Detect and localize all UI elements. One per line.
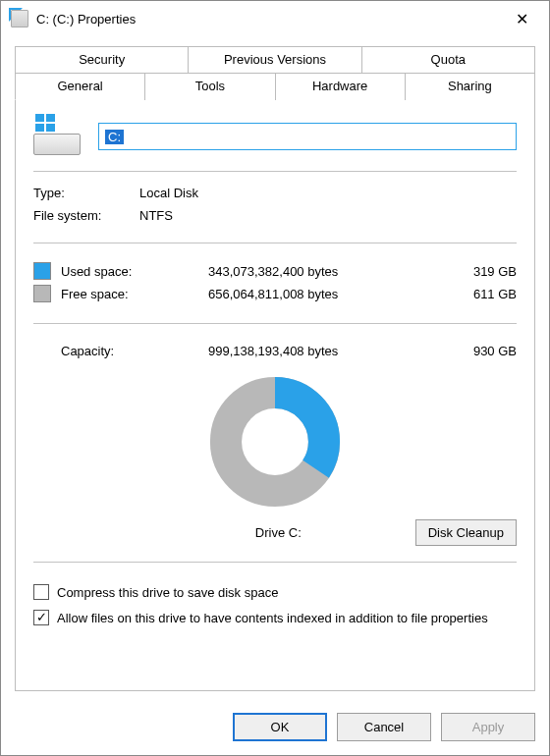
free-swatch bbox=[33, 285, 51, 302]
tab-previous-versions[interactable]: Previous Versions bbox=[188, 46, 361, 73]
titlebar: C: (C:) Properties ✕ bbox=[1, 1, 549, 36]
used-space-label: Used space: bbox=[61, 264, 179, 279]
tab-hardware[interactable]: Hardware bbox=[275, 73, 406, 100]
type-value: Local Disk bbox=[139, 186, 198, 200]
properties-window: C: (C:) Properties ✕ Security Previous V… bbox=[0, 0, 550, 756]
separator bbox=[33, 323, 517, 324]
close-button[interactable]: ✕ bbox=[502, 5, 541, 32]
compress-label: Compress this drive to save disk space bbox=[57, 584, 278, 602]
free-space-bytes: 656,064,811,008 bytes bbox=[179, 287, 438, 301]
free-space-label: Free space: bbox=[61, 287, 179, 301]
filesystem-label: File system: bbox=[33, 208, 139, 223]
apply-button[interactable]: Apply bbox=[441, 713, 535, 741]
drive-icon bbox=[11, 10, 28, 27]
disk-cleanup-button[interactable]: Disk Cleanup bbox=[415, 519, 517, 546]
free-space-gb: 611 GB bbox=[438, 287, 517, 301]
capacity-label: Capacity: bbox=[33, 344, 179, 358]
drive-name-input[interactable]: C: bbox=[98, 123, 517, 150]
drive-name-value: C: bbox=[105, 130, 124, 144]
used-space-gb: 319 GB bbox=[438, 264, 517, 279]
index-label: Allow files on this drive to have conten… bbox=[57, 610, 488, 627]
tab-strip: Security Previous Versions Quota General… bbox=[15, 46, 535, 100]
window-title: C: (C:) Properties bbox=[36, 12, 502, 27]
separator bbox=[33, 243, 517, 243]
tab-tools[interactable]: Tools bbox=[144, 73, 275, 100]
capacity-gb: 930 GB bbox=[438, 344, 517, 358]
separator bbox=[33, 562, 517, 563]
ok-button[interactable]: OK bbox=[233, 713, 327, 741]
index-checkbox[interactable] bbox=[33, 610, 49, 625]
capacity-bytes: 999,138,193,408 bytes bbox=[179, 344, 438, 358]
compress-checkbox[interactable] bbox=[33, 584, 49, 600]
tab-quota[interactable]: Quota bbox=[361, 46, 535, 73]
tab-panel-general: C: Type: Local Disk File system: NTFS Us… bbox=[15, 99, 535, 691]
tab-sharing[interactable]: Sharing bbox=[405, 73, 535, 100]
used-swatch bbox=[33, 262, 51, 280]
chart-drive-label: Drive C: bbox=[33, 525, 415, 540]
used-space-bytes: 343,073,382,400 bytes bbox=[179, 264, 438, 279]
type-label: Type: bbox=[33, 186, 139, 200]
usage-donut-chart bbox=[201, 368, 349, 515]
cancel-button[interactable]: Cancel bbox=[337, 713, 431, 741]
dialog-footer: OK Cancel Apply bbox=[1, 703, 549, 755]
tab-security[interactable]: Security bbox=[15, 46, 189, 73]
separator bbox=[33, 171, 517, 172]
tab-general[interactable]: General bbox=[15, 73, 145, 100]
client-area: Security Previous Versions Quota General… bbox=[1, 36, 549, 703]
drive-large-icon bbox=[33, 118, 81, 155]
filesystem-value: NTFS bbox=[139, 208, 173, 223]
